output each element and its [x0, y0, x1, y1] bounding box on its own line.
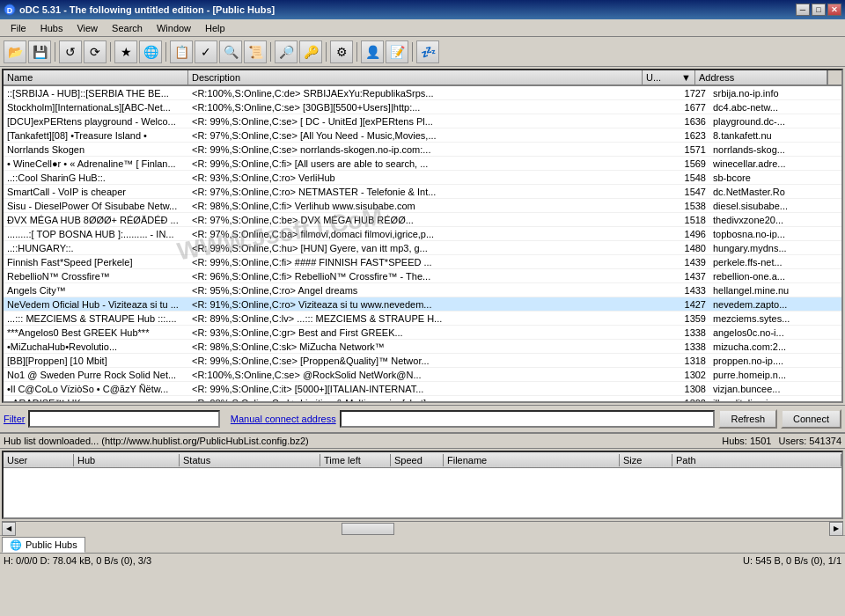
table-row[interactable]: • WineCell●r • « Adrenaline™ [ Finlan...…: [4, 157, 841, 171]
transfer-col-speed[interactable]: Speed: [391, 454, 444, 466]
menu-item-hubs[interactable]: Hubs: [33, 21, 70, 35]
finished-btn[interactable]: ✓: [195, 40, 217, 63]
hub-users-cell: 1302: [657, 369, 709, 381]
hub-name-cell: Sisu - DieselPower Of Sisubabe Netw...: [4, 200, 188, 212]
bottom-status-right: U: 545 B, 0 B/s (0), 1/1: [743, 555, 841, 566]
hub-users-cell: 1571: [657, 143, 709, 156]
hub-users-cell: 1338: [657, 326, 709, 339]
col-header-name[interactable]: Name: [4, 70, 188, 84]
table-row[interactable]: [BB][Proppen] [10 Mbit]<R: 99%,S:Online,…: [4, 354, 841, 368]
table-row[interactable]: [DCU]exPERtens playground - Welco...<R: …: [4, 114, 841, 128]
manual-connect-input[interactable]: [340, 410, 716, 428]
table-row[interactable]: ***Angelos0 Best GREEK Hub***<R: 93%,S:O…: [4, 326, 841, 340]
sep7: [412, 42, 413, 62]
hub-users-cell: 1308: [657, 383, 709, 395]
notes-btn[interactable]: 📝: [386, 40, 408, 63]
maximize-button[interactable]: □: [812, 4, 826, 16]
hub-name-cell: Finnish Fast*Speed [Perkele]: [4, 256, 188, 268]
hub-desc-cell: <R: 99%,S:Online,C:it> [5000+][ITALIAN-I…: [188, 383, 657, 395]
minimize-button[interactable]: ─: [796, 4, 810, 16]
hscroll-right-btn[interactable]: ▶: [829, 522, 843, 536]
col-header-desc[interactable]: Description: [188, 70, 643, 84]
table-row[interactable]: RebellioN™ Crossfire™<R: 96%,S:Online,C:…: [4, 269, 841, 283]
table-row[interactable]: pARADISE™ UK<R: 98%,S:Online,C:uk> Limit…: [4, 396, 841, 401]
hub-table-header: Name Description U... ▼ Address: [4, 70, 841, 86]
hscroll-track[interactable]: [16, 522, 829, 536]
new-btn[interactable]: 📂: [4, 40, 26, 63]
menu-item-file[interactable]: File: [4, 21, 33, 35]
menu-item-help[interactable]: Help: [198, 21, 232, 35]
hub-addr-cell: sb-bcore: [709, 172, 841, 184]
refresh-hubs-btn[interactable]: ⟳: [84, 40, 107, 63]
hub-list-container: Name Description U... ▼ Address ::[SRBIJ…: [2, 69, 843, 403]
table-row[interactable]: •MiZuchaHub•Revolutio...<R: 98%,S:Online…: [4, 340, 841, 354]
transfer-col-path[interactable]: Path: [672, 454, 841, 466]
table-row[interactable]: ::[SRBIJA - HUB]::[SERBIA THE BE...<R:10…: [4, 86, 841, 100]
connect-button[interactable]: Connect: [781, 409, 841, 429]
menu-item-search[interactable]: Search: [105, 21, 150, 35]
menu-item-window[interactable]: Window: [150, 21, 198, 35]
table-row[interactable]: ..::HUNGARY::.<R: 99%,S:Online,C:hu> [HU…: [4, 241, 841, 255]
hub-name-cell: Norrlands Skogen: [4, 143, 188, 156]
hub-desc-cell: <R: 89%,S:Online,C:lv> ...::: MEZCIEMS &…: [188, 312, 657, 325]
transfer-col-filename[interactable]: Filename: [444, 454, 620, 466]
save-file-btn[interactable]: 💾: [28, 40, 51, 63]
hscroll-thumb[interactable]: [342, 523, 394, 535]
transfer-col-hub[interactable]: Hub: [74, 454, 180, 466]
filter-input[interactable]: [28, 410, 219, 428]
table-row[interactable]: •Il C@CoLo VïziòSo • C@ãzY Ñëtw...<R: 99…: [4, 382, 841, 396]
hub-name-cell: NeVedem Oficial Hub - Viziteaza si tu ..…: [4, 298, 188, 311]
hub-name-cell: ..::Cool SharinG HuB::.: [4, 172, 188, 184]
table-row[interactable]: ........:[ TOP BOSNA HUB ]:......... - I…: [4, 227, 841, 241]
away-btn[interactable]: 💤: [416, 40, 439, 63]
hub-users-cell: 1433: [657, 284, 709, 297]
bookmark-btn[interactable]: ★: [114, 40, 137, 63]
hub-addr-cell: illegalitalien.is-a-...: [709, 397, 841, 402]
table-row[interactable]: [Tankafett][08] •Treasure Island •<R: 97…: [4, 128, 841, 143]
hub-users-cell: 1569: [657, 158, 709, 170]
reconnect-hub-btn[interactable]: ↺: [59, 40, 82, 63]
col-header-users[interactable]: U... ▼: [643, 70, 695, 84]
transfer-col-status[interactable]: Status: [180, 454, 320, 466]
table-row[interactable]: Sisu - DieselPower Of Sisubabe Netw...<R…: [4, 199, 841, 213]
title-bar-left: D oDC 5.31 - The following untitled edit…: [4, 4, 275, 16]
tab-public-hubs[interactable]: 🌐 Public Hubs: [2, 537, 85, 553]
hscroll-left-btn[interactable]: ◀: [2, 522, 16, 536]
table-row[interactable]: Stockholm][InternationaLs][ABC-Net...<R:…: [4, 100, 841, 114]
hub-table-body[interactable]: ::[SRBIJA - HUB]::[SERBIA THE BE...<R:10…: [4, 86, 841, 401]
sep2: [110, 42, 111, 62]
transfer-col-size[interactable]: Size: [620, 454, 672, 466]
hashdb-btn[interactable]: 🔑: [299, 40, 322, 63]
table-row[interactable]: ..::Cool SharinG HuB::.<R: 93%,S:Online,…: [4, 171, 841, 185]
svg-text:D: D: [7, 6, 13, 15]
hub-addr-cell: vizjan.buncee...: [709, 383, 841, 395]
table-row[interactable]: Angels City™<R: 95%,S:Online,C:ro> Angel…: [4, 283, 841, 297]
hub-name-cell: [Tankafett][08] •Treasure Island •: [4, 129, 188, 142]
menu-item-view[interactable]: View: [70, 21, 105, 35]
table-row[interactable]: NeVedem Oficial Hub - Viziteaza si tu ..…: [4, 297, 841, 312]
hub-name-cell: •Il C@CoLo VïziòSo • C@ãzY Ñëtw...: [4, 383, 188, 395]
sep4: [270, 42, 271, 62]
table-row[interactable]: ...::: MEZCIEMS & STRAUPE Hub :::....<R:…: [4, 312, 841, 326]
table-row[interactable]: Finnish Fast*Speed [Perkele]<R: 99%,S:On…: [4, 255, 841, 269]
public-list-btn[interactable]: 🌐: [139, 40, 162, 63]
tab-public-hubs-icon: 🌐: [10, 539, 22, 551]
refresh-button[interactable]: Refresh: [718, 409, 777, 429]
transfer-col-user[interactable]: User: [4, 454, 74, 466]
fav-users-btn[interactable]: 👤: [361, 40, 384, 63]
search-btn2[interactable]: 🔎: [275, 40, 298, 63]
close-button[interactable]: ✕: [827, 4, 841, 16]
table-row[interactable]: SmartCall - VoIP is cheaper<R: 97%,S:Onl…: [4, 185, 841, 199]
table-row[interactable]: ÐVX MÉGA HUB 8ØØØ+ RÉØÄDÉÐ ...<R: 97%,S:…: [4, 213, 841, 227]
settings-btn2[interactable]: ⚙: [330, 40, 353, 63]
queue-btn[interactable]: 📋: [170, 40, 193, 63]
table-row[interactable]: No1 @ Sweden Purre Rock Solid Net...<R:1…: [4, 368, 841, 382]
hscroll-bar[interactable]: ◀ ▶: [2, 521, 843, 535]
hub-addr-cell: playground.dc-...: [709, 115, 841, 128]
transfer-col-timeleft[interactable]: Time left: [320, 454, 391, 466]
adlist-btn[interactable]: 📜: [244, 40, 267, 63]
table-row[interactable]: Norrlands Skogen<R: 99%,S:Online,C:se> n…: [4, 143, 841, 157]
filter-label[interactable]: Filter: [4, 414, 25, 424]
col-header-addr[interactable]: Address: [695, 70, 827, 84]
spy-btn[interactable]: 🔍: [219, 40, 242, 63]
